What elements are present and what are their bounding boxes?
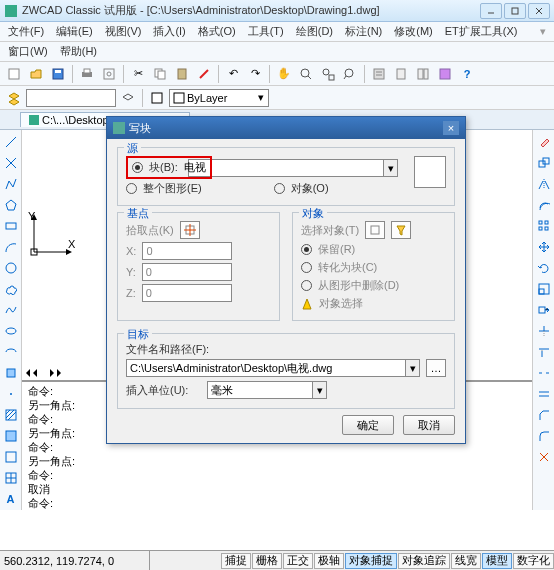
erase-icon[interactable]: [534, 132, 554, 152]
dialog-titlebar[interactable]: 写块 ×: [107, 117, 465, 139]
rect-icon[interactable]: [1, 216, 21, 236]
copy-obj-icon[interactable]: [534, 153, 554, 173]
zoom-rt-icon[interactable]: [296, 64, 316, 84]
qselect-button[interactable]: [391, 221, 411, 239]
join-icon[interactable]: [534, 384, 554, 404]
ellipse-arc-icon[interactable]: [1, 342, 21, 362]
pan-icon[interactable]: ✋: [274, 64, 294, 84]
selobj-button[interactable]: [365, 221, 385, 239]
trim-icon[interactable]: [534, 321, 554, 341]
objects-radio[interactable]: [274, 183, 285, 194]
redo-icon[interactable]: ↷: [245, 64, 265, 84]
stretch-icon[interactable]: [534, 300, 554, 320]
array-icon[interactable]: [534, 216, 554, 236]
undo-icon[interactable]: ↶: [223, 64, 243, 84]
pickpoint-button[interactable]: [180, 221, 200, 239]
arc-icon[interactable]: [1, 237, 21, 257]
gradient-icon[interactable]: [1, 426, 21, 446]
line-icon[interactable]: [1, 132, 21, 152]
hatch-icon[interactable]: [1, 405, 21, 425]
lwt-toggle[interactable]: 线宽: [451, 553, 481, 569]
path-combo[interactable]: C:\Users\Administrator\Desktop\电视.dwg ▾: [126, 359, 420, 377]
open-icon[interactable]: [26, 64, 46, 84]
menu-edit[interactable]: 编辑(E): [52, 23, 97, 40]
block-combo[interactable]: ▾: [188, 159, 398, 177]
offset-icon[interactable]: [534, 195, 554, 215]
paste-icon[interactable]: [172, 64, 192, 84]
copy-icon[interactable]: [150, 64, 170, 84]
digitizer-toggle[interactable]: 数字化: [513, 553, 554, 569]
otrack-toggle[interactable]: 对象追踪: [398, 553, 450, 569]
tool-icon[interactable]: [435, 64, 455, 84]
extend-icon[interactable]: [534, 342, 554, 362]
table-icon[interactable]: [1, 468, 21, 488]
menu-hide-icon[interactable]: ▾: [536, 24, 550, 39]
layer-state-select[interactable]: [26, 89, 116, 107]
fillet-icon[interactable]: [534, 426, 554, 446]
explode-icon[interactable]: [534, 447, 554, 467]
menu-tools[interactable]: 工具(T): [244, 23, 288, 40]
spline-icon[interactable]: [1, 300, 21, 320]
ok-button[interactable]: 确定: [342, 415, 394, 435]
menu-window[interactable]: 窗口(W): [4, 43, 52, 60]
menu-dim[interactable]: 标注(N): [341, 23, 386, 40]
x-input[interactable]: [142, 242, 232, 260]
text-icon[interactable]: A: [1, 489, 21, 509]
cut-icon[interactable]: ✂: [128, 64, 148, 84]
dialog-close-icon[interactable]: ×: [443, 121, 459, 135]
circle-icon[interactable]: [1, 258, 21, 278]
point-icon[interactable]: [1, 384, 21, 404]
polar-toggle[interactable]: 极轴: [314, 553, 344, 569]
layer-icon[interactable]: [4, 88, 24, 108]
menu-draw[interactable]: 绘图(D): [292, 23, 337, 40]
menu-format[interactable]: 格式(O): [194, 23, 240, 40]
y-input[interactable]: [142, 263, 232, 281]
maximize-button[interactable]: [504, 3, 526, 19]
z-input[interactable]: [142, 284, 232, 302]
zoom-win-icon[interactable]: [318, 64, 338, 84]
menu-ext[interactable]: ET扩展工具(X): [441, 23, 522, 40]
mirror-icon[interactable]: [534, 174, 554, 194]
new-icon[interactable]: [4, 64, 24, 84]
move-icon[interactable]: [534, 237, 554, 257]
layer-mgr-icon[interactable]: [118, 88, 138, 108]
rotate-icon[interactable]: [534, 258, 554, 278]
whole-radio[interactable]: [126, 183, 137, 194]
props-icon[interactable]: [369, 64, 389, 84]
break-icon[interactable]: [534, 363, 554, 383]
revcloud-icon[interactable]: [1, 279, 21, 299]
grid-toggle[interactable]: 栅格: [252, 553, 282, 569]
region-icon[interactable]: [1, 447, 21, 467]
units-combo[interactable]: 毫米 ▾: [207, 381, 327, 399]
convert-radio[interactable]: [301, 262, 312, 273]
snap-toggle[interactable]: 捕捉: [221, 553, 251, 569]
tab-arrows-icon[interactable]: [24, 368, 64, 378]
calc-icon[interactable]: [391, 64, 411, 84]
close-button[interactable]: [528, 3, 550, 19]
polygon-icon[interactable]: [1, 195, 21, 215]
minimize-button[interactable]: [480, 3, 502, 19]
cancel-button[interactable]: 取消: [403, 415, 455, 435]
help-icon[interactable]: ?: [457, 64, 477, 84]
save-icon[interactable]: [48, 64, 68, 84]
browse-button[interactable]: …: [426, 359, 446, 377]
menu-modify[interactable]: 修改(M): [390, 23, 437, 40]
menu-file[interactable]: 文件(F): [4, 23, 48, 40]
menu-insert[interactable]: 插入(I): [149, 23, 189, 40]
layer-combo[interactable]: ByLayer ▾: [169, 89, 269, 107]
osnap-toggle[interactable]: 对象捕捉: [345, 553, 397, 569]
dc-icon[interactable]: [413, 64, 433, 84]
block-icon[interactable]: [1, 363, 21, 383]
preview-icon[interactable]: [99, 64, 119, 84]
block-radio[interactable]: [132, 162, 143, 173]
print-icon[interactable]: [77, 64, 97, 84]
pline-icon[interactable]: [1, 174, 21, 194]
ellipse-icon[interactable]: [1, 321, 21, 341]
delete-radio[interactable]: [301, 280, 312, 291]
ortho-toggle[interactable]: 正交: [283, 553, 313, 569]
menu-help[interactable]: 帮助(H): [56, 43, 101, 60]
scale-icon[interactable]: [534, 279, 554, 299]
chamfer-icon[interactable]: [534, 405, 554, 425]
menu-view[interactable]: 视图(V): [101, 23, 146, 40]
color-icon[interactable]: [147, 88, 167, 108]
